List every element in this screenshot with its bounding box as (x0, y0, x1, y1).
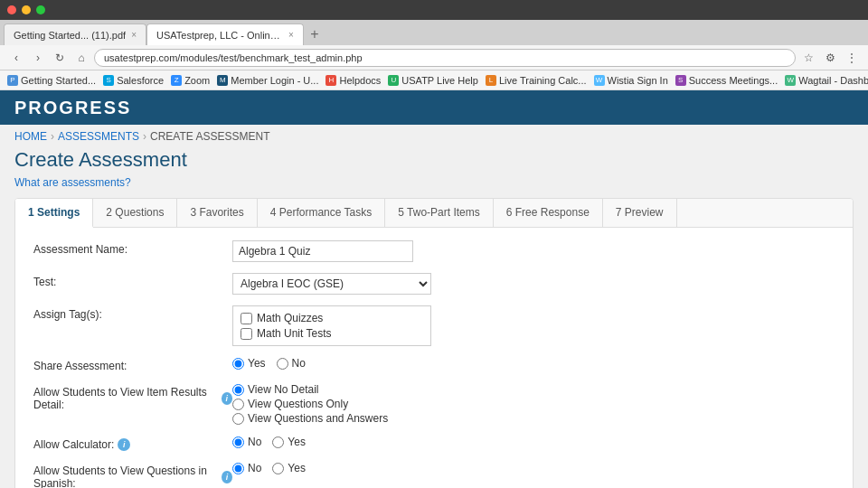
test-select[interactable]: Algebra I EOC (GSE) (232, 273, 431, 295)
tab-close-icon[interactable]: × (131, 30, 137, 40)
home-button[interactable]: ⌂ (72, 49, 90, 67)
view-questions-only-radio[interactable] (232, 399, 244, 410)
breadcrumb-home[interactable]: HOME (14, 130, 47, 143)
help-link[interactable]: What are assessments? (14, 176, 131, 189)
bookmark-label: Getting Started... (21, 75, 96, 86)
view-no-detail[interactable]: View No Detail (232, 383, 835, 396)
assessment-name-input[interactable] (232, 240, 413, 262)
bookmark-zoom[interactable]: Z Zoom (171, 75, 210, 86)
bookmark-star-icon[interactable]: ☆ (799, 49, 817, 67)
breadcrumb-assessments[interactable]: ASSESSMENTS (58, 130, 139, 143)
view-questions-only[interactable]: View Questions Only (232, 398, 835, 410)
bookmark-label: Member Login - U... (231, 75, 318, 86)
tag-math-quizzes-checkbox[interactable] (241, 313, 252, 324)
wizard-tab-two-part[interactable]: 5 Two-Part Items (385, 199, 493, 227)
spanish-yes-radio[interactable] (272, 463, 284, 474)
bookmarks-bar: P Getting Started... S Salesforce Z Zoom… (0, 70, 868, 90)
maximize-dot[interactable] (36, 5, 45, 14)
refresh-button[interactable]: ↻ (51, 49, 69, 67)
tab-close-active-icon[interactable]: × (288, 30, 294, 40)
view-item-results-info-icon[interactable]: i (222, 392, 232, 405)
wizard-tab-performance[interactable]: 4 Performance Tasks (258, 199, 386, 227)
bookmark-training-cal[interactable]: L Live Training Calc... (486, 75, 587, 86)
wizard-tab-preview[interactable]: 7 Preview (603, 199, 677, 227)
spanish-yes[interactable]: Yes (272, 462, 306, 474)
menu-icon[interactable]: ⋮ (843, 49, 861, 67)
calculator-yes-radio[interactable] (272, 436, 284, 448)
view-questions-answers-label: View Questions and Answers (248, 412, 388, 425)
view-questions-answers[interactable]: View Questions and Answers (232, 412, 835, 425)
minimize-dot[interactable] (22, 5, 31, 14)
view-no-detail-radio[interactable] (232, 384, 244, 396)
tab-getting-started[interactable]: Getting Started... (11).pdf × (4, 23, 146, 45)
tag-math-unit-tests-checkbox[interactable] (241, 328, 252, 340)
tab-label: Getting Started... (11).pdf (14, 30, 126, 41)
view-item-results-label: Allow Students to View Item Results Deta… (33, 383, 232, 411)
bookmark-label: USATP Live Help (401, 75, 478, 86)
bookmark-salesforce[interactable]: S Salesforce (103, 75, 164, 86)
test-field: Algebra I EOC (GSE) (232, 273, 835, 295)
tab-label-active: USATestprep, LLC - Online St... (156, 30, 283, 41)
spanish-no-radio[interactable] (232, 463, 244, 474)
page-header: PROGRESS (0, 90, 868, 125)
allow-calculator-info-icon[interactable]: i (118, 438, 130, 451)
bookmark-helpdocs[interactable]: H Helpdocs (326, 75, 381, 86)
share-yes[interactable]: Yes (232, 357, 266, 370)
back-button[interactable]: ‹ (7, 49, 25, 67)
url-bar[interactable]: usatestprep.com/modules/test/benchmark_t… (94, 49, 796, 67)
bookmark-icon: H (326, 75, 336, 86)
forward-button[interactable]: › (29, 49, 47, 67)
tag-math-quizzes-label: Math Quizzes (257, 312, 323, 324)
bookmark-wistia[interactable]: W Wistia Sign In (594, 75, 668, 86)
tag-math-unit-tests-label: Math Unit Tests (257, 327, 331, 340)
assessment-name-row: Assessment Name: (33, 240, 835, 262)
test-label: Test: (33, 273, 232, 288)
breadcrumb-sep-1: › (51, 130, 54, 143)
tag-math-quizzes[interactable]: Math Quizzes (241, 312, 423, 324)
spanish-info-icon[interactable]: i (222, 471, 232, 483)
calculator-no-label: No (248, 436, 261, 448)
bookmark-getting-started[interactable]: P Getting Started... (7, 75, 96, 86)
tab-usatestprep[interactable]: USATestprep, LLC - Online St... × (146, 23, 304, 45)
wizard-tab-free-response[interactable]: 6 Free Response (494, 199, 603, 227)
logo: PROGRESS (14, 98, 131, 118)
close-dot[interactable] (7, 5, 16, 14)
breadcrumb-current: CREATE ASSESSMENT (150, 130, 269, 143)
view-item-results-radio-group: View No Detail View Questions Only View … (232, 383, 835, 425)
view-item-results-field: View No Detail View Questions Only View … (232, 383, 835, 425)
wizard-tabs: 1 Settings 2 Questions 3 Favorites 4 Per… (15, 199, 853, 228)
share-no[interactable]: No (277, 357, 306, 370)
form-body: Assessment Name: Test: Algebra I EOC (GS… (15, 228, 853, 488)
view-questions-answers-radio[interactable] (232, 413, 244, 425)
spanish-yes-label: Yes (288, 462, 306, 474)
assign-tags-field: Math Quizzes Math Unit Tests (232, 305, 835, 346)
spanish-no-label: No (248, 462, 261, 474)
bookmark-success[interactable]: S Success Meetings... (675, 75, 778, 86)
share-yes-radio[interactable] (232, 358, 244, 370)
calculator-no[interactable]: No (232, 436, 261, 448)
wizard-tab-favorites[interactable]: 3 Favorites (177, 199, 257, 227)
calculator-no-radio[interactable] (232, 436, 244, 448)
wizard-tab-questions[interactable]: 2 Questions (93, 199, 177, 227)
bookmark-wagtail[interactable]: W Wagtail - Dashboa... (785, 75, 868, 86)
allow-calculator-row: Allow Calculator: i No Yes (33, 436, 835, 451)
calculator-yes[interactable]: Yes (272, 436, 306, 448)
new-tab-button[interactable]: + (304, 23, 326, 45)
share-assessment-label: Share Assessment: (33, 357, 232, 372)
extensions-icon[interactable]: ⚙ (821, 49, 839, 67)
share-assessment-row: Share Assessment: Yes No (33, 357, 835, 372)
spanish-no[interactable]: No (232, 462, 261, 474)
wizard-tab-settings[interactable]: 1 Settings (15, 199, 93, 228)
share-no-label: No (292, 357, 306, 370)
spanish-row: Allow Students to View Questions in Span… (33, 462, 835, 488)
tag-math-unit-tests[interactable]: Math Unit Tests (241, 327, 423, 340)
bookmark-icon: Z (171, 75, 182, 86)
browser-chrome (0, 0, 868, 20)
bookmark-icon: S (103, 75, 114, 86)
view-no-detail-label: View No Detail (248, 383, 318, 396)
share-no-radio[interactable] (277, 358, 288, 370)
calculator-radio-group: No Yes (232, 436, 835, 448)
bookmark-usatp[interactable]: U USATP Live Help (388, 75, 478, 86)
bookmark-member-login[interactable]: M Member Login - U... (217, 75, 318, 86)
spanish-label: Allow Students to View Questions in Span… (33, 462, 232, 488)
